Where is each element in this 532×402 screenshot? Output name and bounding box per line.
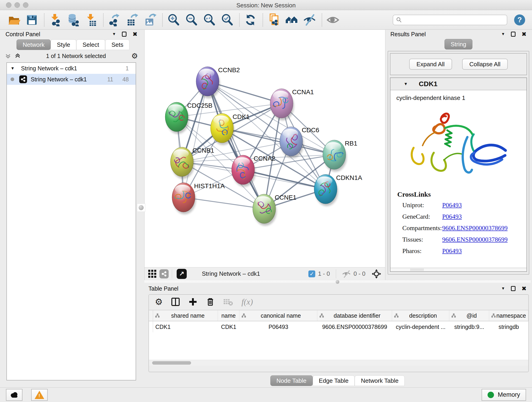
table-cell[interactable]: CDK1 — [153, 324, 218, 330]
network-node-RB1[interactable] — [323, 140, 347, 172]
birdseye-crosshair-icon[interactable] — [371, 269, 381, 279]
network-overview-icon[interactable] — [159, 269, 169, 279]
network-canvas[interactable]: CCNB2CCNA1CDC25BCDK1CDC6RB1CCNB1CCNA2CDK… — [145, 30, 385, 267]
network-node-CDC6[interactable] — [280, 127, 304, 158]
import-table-from-file-button[interactable] — [84, 13, 98, 27]
tab-sets[interactable]: Sets — [105, 39, 129, 50]
crosslink-link[interactable]: P06493 — [442, 213, 462, 220]
collapse-all-icon[interactable] — [5, 53, 11, 59]
memory-button[interactable]: Memory — [481, 389, 526, 401]
gear-icon[interactable]: ⚙ — [131, 52, 138, 60]
network-node-CCNE1[interactable] — [253, 194, 277, 226]
float-panel-icon[interactable] — [511, 32, 515, 37]
clone-network-button[interactable] — [267, 13, 281, 27]
table-cell[interactable]: stringdb — [489, 324, 528, 330]
column-header-name[interactable]: name — [218, 310, 239, 321]
panel-menu-icon[interactable]: ▼ — [501, 286, 505, 291]
open-session-button[interactable] — [7, 13, 21, 27]
table-cell[interactable]: CDK1 — [218, 324, 239, 330]
table-cell[interactable]: P06493 — [239, 324, 317, 330]
tab-network-table[interactable]: Network Table — [355, 375, 405, 386]
network-row[interactable]: String Network – cdk1 11 48 — [7, 74, 136, 85]
node-label-CCNA2: CCNA2 — [254, 155, 275, 162]
help-button[interactable]: ? — [514, 14, 525, 26]
grid-view-icon[interactable] — [148, 270, 156, 278]
zoom-in-button[interactable] — [166, 13, 181, 27]
save-session-button[interactable] — [25, 13, 39, 27]
zoom-fit-button[interactable] — [202, 13, 216, 27]
table-cell[interactable]: cyclin-dependent ... — [392, 324, 449, 330]
show-all-button[interactable] — [326, 13, 340, 27]
tab-edge-table[interactable]: Edge Table — [313, 375, 355, 386]
close-panel-icon[interactable]: ✖ — [521, 31, 526, 37]
tab-network[interactable]: Network — [17, 39, 51, 50]
float-panel-icon[interactable] — [511, 286, 515, 291]
search-field[interactable] — [393, 15, 507, 25]
network-node-CDKN1A[interactable] — [314, 174, 338, 206]
table-cell[interactable]: stringdb:9... — [449, 324, 489, 330]
column-header-shared-name[interactable]: shared name — [153, 310, 218, 321]
table-cell[interactable]: 9606.ENSP00000378699 — [317, 324, 392, 330]
export-table-button[interactable] — [125, 13, 139, 27]
tab-select[interactable]: Select — [76, 39, 105, 50]
crosslink-link[interactable]: P06493 — [442, 247, 462, 255]
export-network-button[interactable] — [107, 13, 121, 27]
scrollbar-thumb[interactable] — [152, 361, 191, 365]
vertical-splitter-grip[interactable] — [137, 204, 145, 212]
selected-checkbox-icon[interactable]: ✓ — [308, 270, 315, 277]
network-node-CCNB2[interactable] — [196, 67, 220, 98]
delete-column-icon[interactable] — [206, 297, 215, 306]
network-graph[interactable]: CCNB2CCNA1CDC25BCDK1CDC6RB1CCNB1CCNA2CDK… — [145, 30, 385, 267]
network-node-CCNB1[interactable] — [171, 147, 194, 179]
export-image-button[interactable] — [143, 13, 157, 27]
node-label-CCNB2: CCNB2 — [218, 66, 240, 74]
crosslink-link[interactable]: 9606.ENSP00000378699 — [442, 224, 507, 232]
memory-label: Memory — [498, 391, 520, 398]
show-hide-graphics-button[interactable] — [285, 13, 299, 27]
network-collection-row[interactable]: ▼ String Network – cdk1 1 — [7, 63, 136, 74]
refresh-button[interactable] — [243, 13, 258, 27]
add-column-icon[interactable] — [188, 297, 197, 306]
panel-menu-icon[interactable]: ▼ — [112, 32, 116, 36]
column-type-icon — [394, 313, 399, 318]
zoom-out-button[interactable] — [184, 13, 198, 27]
column-header-namespace[interactable]: namespace — [489, 310, 528, 321]
zoom-selected-button[interactable] — [220, 13, 234, 27]
crosslink-link[interactable]: P06493 — [442, 201, 462, 209]
import-network-from-file-button[interactable] — [48, 13, 62, 27]
horizontal-splitter[interactable] — [144, 280, 531, 284]
cloud-status-button[interactable] — [6, 389, 22, 401]
table-settings-gear-icon[interactable]: ⚙ — [155, 298, 163, 306]
import-network-from-database-button[interactable] — [66, 13, 80, 27]
expand-all-icon[interactable] — [15, 53, 21, 59]
close-panel-icon[interactable]: ✖ — [521, 286, 526, 292]
column-header--id[interactable]: @id — [449, 310, 489, 321]
warnings-button[interactable]: ! — [31, 389, 48, 401]
tab-string[interactable]: String — [444, 39, 472, 50]
collapse-section-icon[interactable]: ▼ — [404, 82, 408, 86]
table-row[interactable]: CDK1CDK1P064939606.ENSP00000378699cyclin… — [149, 321, 528, 332]
float-panel-icon[interactable] — [122, 32, 127, 37]
collapse-tree-icon[interactable]: ▼ — [11, 66, 15, 71]
tab-node-table[interactable]: Node Table — [270, 375, 313, 386]
panel-menu-icon[interactable]: ▼ — [501, 32, 505, 36]
collapse-all-button[interactable]: Collapse All — [462, 59, 508, 70]
protein-accordion-header[interactable]: ▼ CDK1 — [390, 78, 526, 90]
network-node-CCNA2[interactable] — [232, 155, 255, 187]
column-header-database-identifier[interactable]: database identifier — [317, 310, 392, 321]
search-input[interactable] — [404, 17, 504, 23]
show-columns-icon[interactable] — [171, 297, 180, 306]
detach-view-icon[interactable]: ↗ — [177, 269, 187, 279]
expand-all-button[interactable]: Expand All — [409, 59, 452, 70]
crosslink-link[interactable]: 9606.ENSP00000378699 — [442, 236, 507, 243]
results-scrollbar[interactable] — [390, 268, 526, 271]
hide-selected-button[interactable] — [302, 13, 317, 27]
network-node-CCNA1[interactable] — [270, 89, 294, 120]
table-horizontal-scrollbar[interactable] — [149, 360, 528, 366]
column-header-canonical-name[interactable]: canonical name — [239, 310, 317, 321]
network-node-HIST1H1A[interactable] — [172, 183, 196, 214]
tab-style[interactable]: Style — [51, 39, 76, 50]
column-header-description[interactable]: description — [392, 310, 449, 321]
network-node-CDK1[interactable] — [210, 114, 234, 145]
close-panel-icon[interactable]: ✖ — [133, 31, 138, 37]
